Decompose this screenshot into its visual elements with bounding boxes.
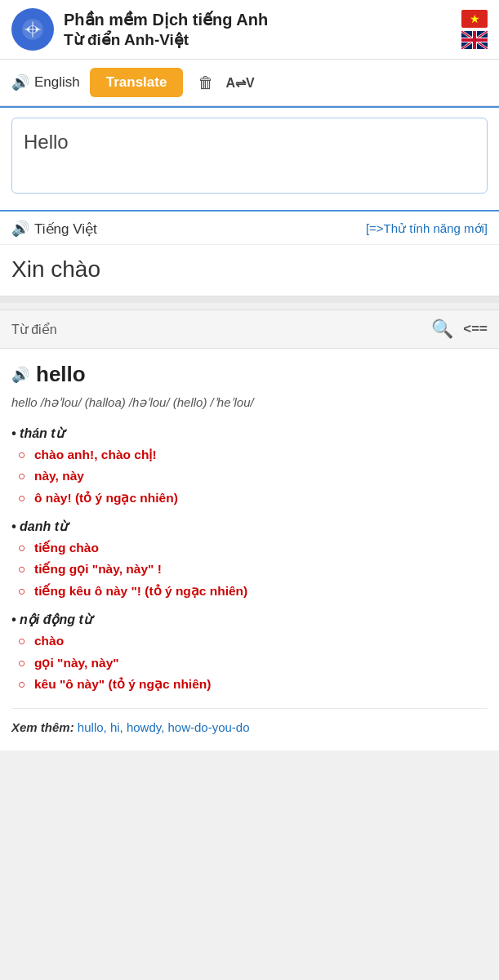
list-item: gọi "này, này"	[34, 654, 488, 672]
list-item: tiếng chào	[34, 539, 488, 557]
list-item: chào anh!, chào chị!	[34, 446, 488, 464]
main-toolbar: 🔊 English Translate 🗑 A⇌V	[0, 60, 499, 106]
translation-result: Xin chào	[0, 245, 499, 296]
app-title: Phần mềm Dịch tiếng Anh Từ điển Anh-Việt	[64, 9, 268, 51]
pos-label-1: thán từ	[11, 425, 488, 441]
list-item: này, này	[34, 467, 488, 485]
dictionary-content: 🔊 hello hello /həˈlou/ (halloa) /həˈlou/…	[0, 349, 499, 751]
pos-text-2: danh từ	[20, 519, 67, 533]
meanings-list-3: chào gọi "này, này" kêu "ô này" (tỏ ý ng…	[11, 632, 488, 693]
section-divider	[0, 296, 499, 303]
source-language-text: English	[34, 74, 80, 91]
list-item: tiếng kêu ô này "! (tỏ ý ngạc nhiên)	[34, 582, 488, 600]
source-speaker-icon[interactable]: 🔊	[11, 74, 29, 91]
meanings-list-1: chào anh!, chào chị! này, này ô này! (tỏ…	[11, 446, 488, 507]
dictionary-header-icons: 🔍 <==	[431, 318, 488, 340]
pos-text-3: nội động từ	[20, 612, 91, 626]
target-language-label: 🔊 Tiếng Việt	[11, 220, 97, 238]
dictionary-header: Từ điển 🔍 <==	[0, 310, 499, 349]
word-speaker-icon[interactable]: 🔊	[11, 366, 29, 384]
app-header: Phần mềm Dịch tiếng Anh Từ điển Anh-Việt	[0, 0, 499, 60]
uk-flag[interactable]	[461, 31, 488, 49]
dictionary-search-icon[interactable]: 🔍	[431, 318, 453, 340]
pos-label-3: nội động từ	[11, 612, 488, 627]
pos-label-2: danh từ	[11, 519, 488, 534]
translate-button[interactable]: Translate	[90, 68, 184, 97]
swap-label-text: A⇌V	[225, 75, 254, 91]
see-also-label: Xem thêm:	[11, 720, 74, 734]
see-also-links[interactable]: hullo, hi, howdy, how-do-you-do	[78, 720, 250, 734]
source-text-input[interactable]: Hello	[11, 118, 488, 194]
target-language-text: Tiếng Việt	[34, 220, 97, 238]
vietnam-flag[interactable]	[461, 10, 488, 28]
see-also-section: Xem thêm: hullo, hi, howdy, how-do-you-d…	[11, 708, 488, 734]
target-speaker-icon[interactable]: 🔊	[11, 220, 29, 238]
dictionary-label: Từ điển	[11, 322, 57, 337]
dictionary-word: hello	[36, 362, 86, 387]
flags-container	[461, 10, 488, 49]
swap-language-button[interactable]: A⇌V	[225, 75, 254, 91]
dictionary-word-header: 🔊 hello	[11, 362, 488, 387]
meanings-list-2: tiếng chào tiếng gọi "này, này" ! tiếng …	[11, 539, 488, 600]
source-language-label: 🔊 English	[11, 74, 80, 91]
output-header: 🔊 Tiếng Việt [=>Thử tính năng mới]	[0, 212, 499, 245]
try-new-feature-link[interactable]: [=>Thử tính năng mới]	[366, 221, 488, 236]
app-title-line1: Phần mềm Dịch tiếng Anh	[64, 9, 268, 30]
list-item: kêu "ô này" (tỏ ý ngạc nhiên)	[34, 675, 488, 693]
clear-icon[interactable]: 🗑	[198, 74, 214, 92]
list-item: ô này! (tỏ ý ngạc nhiên)	[34, 489, 488, 507]
toolbar-extra-icons: 🗑 A⇌V	[198, 74, 254, 92]
app-title-line2: Từ điển Anh-Việt	[64, 30, 268, 51]
pos-text-1: thán từ	[20, 426, 64, 440]
translated-text: Xin chào	[11, 256, 100, 282]
header-left: Phần mềm Dịch tiếng Anh Từ điển Anh-Việt	[11, 8, 268, 51]
dictionary-back-button[interactable]: <==	[463, 321, 488, 337]
pos-group-1: thán từ chào anh!, chào chị! này, này ô …	[11, 425, 488, 507]
dictionary-section: Từ điển 🔍 <== 🔊 hello hello /həˈlou/ (ha…	[0, 310, 499, 751]
list-item: tiếng gọi "này, này" !	[34, 560, 488, 578]
svg-rect-10	[461, 38, 488, 42]
input-section: Hello	[0, 106, 499, 212]
dictionary-pronunciation: hello /həˈlou/ (halloa) /həˈlou/ (hello)…	[11, 394, 488, 412]
list-item: chào	[34, 632, 488, 650]
pos-group-2: danh từ tiếng chào tiếng gọi "này, này" …	[11, 519, 488, 600]
pos-group-3: nội động từ chào gọi "này, này" kêu "ô n…	[11, 612, 488, 693]
app-logo	[11, 8, 54, 51]
